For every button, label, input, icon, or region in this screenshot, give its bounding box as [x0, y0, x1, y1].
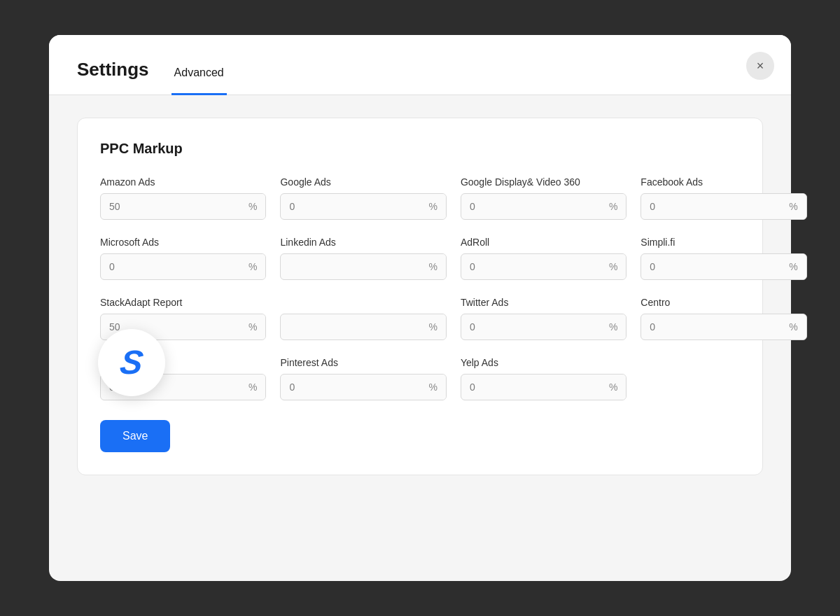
facebook-ads-label: Facebook Ads: [640, 176, 806, 188]
microsoft-ads-input[interactable]: [101, 254, 240, 279]
field-empty: %: [280, 297, 446, 340]
centro-input-wrapper: %: [640, 314, 806, 340]
card-title: PPC Markup: [100, 141, 740, 157]
microsoft-ads-label: Microsoft Ads: [100, 237, 266, 248]
adroll-input-wrapper: %: [461, 253, 626, 280]
facebook-ads-input[interactable]: [641, 194, 780, 219]
empty-input-wrapper: %: [280, 314, 446, 340]
google-ads-label: Google Ads: [280, 176, 446, 188]
google-display-input-wrapper: %: [461, 193, 626, 220]
centro-basis-suffix: %: [240, 374, 265, 400]
close-button[interactable]: ×: [746, 52, 774, 80]
adroll-label: AdRoll: [461, 237, 626, 248]
field-linkedin-ads: Linkedin Ads %: [280, 237, 446, 280]
settings-modal: Settings Advanced × S PPC Markup Amazon …: [49, 35, 791, 581]
pinterest-ads-input[interactable]: [281, 374, 420, 400]
facebook-ads-input-wrapper: %: [640, 193, 806, 220]
close-icon: ×: [757, 59, 764, 74]
linkedin-ads-suffix: %: [420, 254, 445, 279]
pinterest-ads-label: Pinterest Ads: [280, 357, 446, 368]
stackadapt-icon: S: [118, 346, 146, 379]
microsoft-ads-input-wrapper: %: [100, 253, 266, 280]
twitter-ads-input[interactable]: [461, 314, 601, 340]
google-ads-input[interactable]: [281, 194, 420, 219]
adroll-suffix: %: [601, 254, 626, 279]
field-yelp-ads: Yelp Ads %: [461, 357, 626, 400]
save-button[interactable]: Save: [100, 420, 170, 452]
yelp-ads-input-wrapper: %: [461, 374, 626, 400]
fields-grid: Amazon Ads % Google Ads % Google Display…: [100, 176, 740, 400]
pinterest-ads-suffix: %: [420, 374, 445, 400]
adroll-input[interactable]: [461, 254, 601, 279]
field-microsoft-ads: Microsoft Ads %: [100, 237, 266, 280]
tab-advanced[interactable]: Advanced: [172, 58, 227, 95]
google-display-suffix: %: [601, 194, 626, 219]
amazon-ads-suffix: %: [240, 194, 265, 219]
ppc-markup-card: PPC Markup Amazon Ads % Google Ads %: [77, 118, 763, 475]
modal-title: Settings: [77, 59, 149, 94]
simpli-fi-input[interactable]: [641, 254, 780, 279]
simpli-fi-input-wrapper: %: [640, 253, 806, 280]
yelp-ads-input[interactable]: [461, 374, 601, 400]
modal-header: Settings Advanced ×: [49, 35, 791, 95]
amazon-ads-input-wrapper: %: [100, 193, 266, 220]
centro-label: Centro: [640, 297, 806, 308]
pinterest-ads-input-wrapper: %: [280, 374, 446, 400]
yelp-ads-label: Yelp Ads: [461, 357, 626, 368]
field-adroll: AdRoll %: [461, 237, 626, 280]
centro-suffix: %: [780, 314, 806, 340]
facebook-ads-suffix: %: [780, 194, 806, 219]
field-facebook-ads: Facebook Ads %: [640, 176, 806, 220]
google-display-input[interactable]: [461, 194, 601, 219]
stackadapt-logo-tooltip: S: [98, 329, 165, 396]
stackadapt-report-label: StackAdapt Report: [100, 297, 266, 308]
empty-label: [280, 297, 446, 308]
field-google-display: Google Display& Video 360 %: [461, 176, 626, 220]
field-pinterest-ads: Pinterest Ads %: [280, 357, 446, 400]
stackadapt-report-suffix: %: [240, 314, 265, 340]
amazon-ads-label: Amazon Ads: [100, 176, 266, 188]
modal-body: PPC Markup Amazon Ads % Google Ads %: [49, 95, 791, 503]
twitter-ads-input-wrapper: %: [461, 314, 626, 340]
amazon-ads-input[interactable]: [101, 194, 240, 219]
field-centro: Centro %: [640, 297, 806, 340]
simpli-fi-label: Simpli.fi: [640, 237, 806, 248]
field-google-ads: Google Ads %: [280, 176, 446, 220]
empty-suffix: %: [420, 314, 445, 340]
google-ads-suffix: %: [420, 194, 445, 219]
field-simpli-fi: Simpli.fi %: [640, 237, 806, 280]
simpli-fi-suffix: %: [780, 254, 806, 279]
linkedin-ads-input[interactable]: [281, 254, 420, 279]
empty-input[interactable]: [281, 314, 420, 340]
centro-input[interactable]: [641, 314, 780, 340]
field-amazon-ads: Amazon Ads %: [100, 176, 266, 220]
twitter-ads-suffix: %: [601, 314, 626, 340]
linkedin-ads-label: Linkedin Ads: [280, 237, 446, 248]
twitter-ads-label: Twitter Ads: [461, 297, 626, 308]
google-display-label: Google Display& Video 360: [461, 176, 626, 188]
google-ads-input-wrapper: %: [280, 193, 446, 220]
field-twitter-ads: Twitter Ads %: [461, 297, 626, 340]
microsoft-ads-suffix: %: [240, 254, 265, 279]
linkedin-ads-input-wrapper: %: [280, 253, 446, 280]
yelp-ads-suffix: %: [601, 374, 626, 400]
